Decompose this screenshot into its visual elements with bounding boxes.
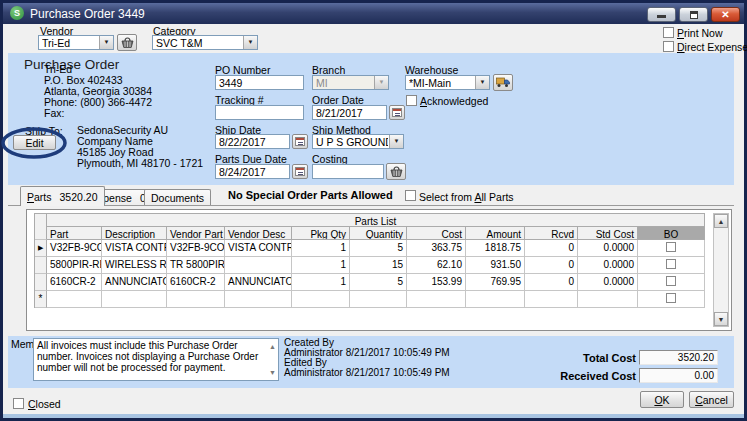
- edit-ship-to-button[interactable]: Edit: [13, 135, 56, 150]
- cell-bo[interactable]: [638, 257, 705, 274]
- vendor-combobox[interactable]: Tri-Ed ▼: [38, 35, 114, 50]
- column-header-description[interactable]: Description: [102, 227, 167, 240]
- scroll-up-icon[interactable]: ▲: [714, 214, 728, 228]
- cell-vendor_part[interactable]: [167, 291, 225, 308]
- ship-date-picker-button[interactable]: [292, 134, 308, 149]
- bo-checkbox[interactable]: [666, 242, 676, 252]
- cell-cost[interactable]: 363.75: [407, 240, 466, 257]
- column-header-std_cost[interactable]: Std Cost: [578, 227, 638, 240]
- closed-checkbox[interactable]: [13, 398, 24, 409]
- cell-vendor_desc[interactable]: ANNUNCIATOR KE: [225, 274, 292, 291]
- cell-part[interactable]: 5800PIR-RES: [47, 257, 102, 274]
- cell-std_cost[interactable]: 0.0000: [578, 274, 638, 291]
- cell-quantity[interactable]: [350, 291, 407, 308]
- memo-scroll-up-icon[interactable]: ▲: [269, 341, 276, 352]
- cell-amount[interactable]: 1818.75: [466, 240, 525, 257]
- cell-cost[interactable]: 62.10: [407, 257, 466, 274]
- acknowledged-checkbox[interactable]: [406, 95, 417, 106]
- cell-description[interactable]: VISTA CONTROL P: [102, 240, 167, 257]
- memo-textarea[interactable]: All invoices must include this Purchase …: [33, 338, 279, 381]
- parts-due-date-input[interactable]: 8/24/2017: [215, 164, 290, 179]
- chevron-down-icon[interactable]: ▼: [475, 76, 489, 89]
- cell-std_cost[interactable]: 0.0000: [578, 257, 638, 274]
- cell-vendor_part[interactable]: TR 5800PIRRES: [167, 257, 225, 274]
- column-header-vendor_desc[interactable]: Vendor Desc: [225, 227, 292, 240]
- bo-checkbox[interactable]: [666, 293, 676, 303]
- select-from-all-parts-checkbox[interactable]: [405, 190, 416, 201]
- tab-documents[interactable]: Documents: [144, 189, 211, 206]
- cell-pkg_qty[interactable]: 1: [292, 240, 350, 257]
- cell-part[interactable]: V32FB-9COM: [47, 240, 102, 257]
- vendor-lookup-button[interactable]: [117, 34, 137, 51]
- cell-description[interactable]: [102, 291, 167, 308]
- parts-due-date-picker-button[interactable]: [292, 164, 308, 179]
- column-header-pkg_qty[interactable]: Pkg Qty: [292, 227, 350, 240]
- tab-parts[interactable]: Parts 3520.20: [20, 186, 105, 206]
- cell-vendor_part[interactable]: V32FB-9COM: [167, 240, 225, 257]
- warehouse-lookup-button[interactable]: [493, 74, 513, 91]
- cell-vendor_desc[interactable]: [225, 291, 292, 308]
- cell-rcvd[interactable]: 0: [525, 240, 578, 257]
- cell-vendor_desc[interactable]: VISTA CONTROL P: [225, 240, 292, 257]
- category-combobox[interactable]: SVC T&M ▼: [152, 35, 258, 50]
- chevron-down-icon[interactable]: ▼: [389, 135, 403, 148]
- warehouse-combobox[interactable]: *MI-Main ▼: [405, 75, 490, 90]
- column-header-part[interactable]: Part: [47, 227, 102, 240]
- cell-quantity[interactable]: 15: [350, 257, 407, 274]
- ship-date-input[interactable]: 8/22/2017: [215, 134, 290, 149]
- minimize-button[interactable]: [647, 7, 676, 22]
- column-header-vendor_part[interactable]: Vendor Part: [167, 227, 225, 240]
- direct-expense-checkbox[interactable]: [663, 41, 674, 52]
- ship-method-combobox[interactable]: U P S GROUND ▼: [312, 134, 404, 149]
- cell-part[interactable]: 6160CR-2: [47, 274, 102, 291]
- bo-checkbox[interactable]: [666, 259, 676, 269]
- column-header-amount[interactable]: Amount: [466, 227, 525, 240]
- close-button[interactable]: ✕: [711, 7, 740, 22]
- new-row-icon[interactable]: *: [35, 291, 47, 308]
- cell-description[interactable]: ANNUNCIATOR KE: [102, 274, 167, 291]
- print-now-checkbox[interactable]: [663, 27, 674, 38]
- memo-scroll-down-icon[interactable]: ▼: [269, 367, 276, 378]
- bo-checkbox[interactable]: [666, 276, 676, 286]
- cell-description[interactable]: WIRELESS RESIDE: [102, 257, 167, 274]
- scroll-down-icon[interactable]: ▼: [714, 312, 728, 326]
- cell-std_cost[interactable]: 0.0000: [578, 240, 638, 257]
- costing-lookup-button[interactable]: [386, 163, 406, 180]
- order-date-picker-button[interactable]: [389, 105, 405, 120]
- cell-bo[interactable]: [638, 240, 705, 257]
- ok-button[interactable]: OK: [640, 391, 684, 408]
- cell-amount[interactable]: 931.50: [466, 257, 525, 274]
- cell-quantity[interactable]: 5: [350, 240, 407, 257]
- tracking-input[interactable]: [215, 105, 304, 120]
- row-selector[interactable]: [35, 257, 47, 274]
- chevron-down-icon[interactable]: ▼: [99, 36, 113, 49]
- po-number-input[interactable]: 3449: [215, 75, 304, 90]
- current-row-icon[interactable]: ▶: [35, 240, 47, 257]
- column-header-rcvd[interactable]: Rcvd: [525, 227, 578, 240]
- cell-part[interactable]: [47, 291, 102, 308]
- cell-std_cost[interactable]: [578, 291, 638, 308]
- column-header-bo[interactable]: BO: [638, 227, 705, 240]
- column-header-cost[interactable]: Cost: [407, 227, 466, 240]
- cell-pkg_qty[interactable]: 1: [292, 257, 350, 274]
- chevron-down-icon[interactable]: ▼: [243, 36, 257, 49]
- title-bar[interactable]: S Purchase Order 3449 ✕: [3, 3, 744, 24]
- cell-rcvd[interactable]: 0: [525, 257, 578, 274]
- grid-vertical-scrollbar[interactable]: ▲ ▼: [713, 213, 729, 327]
- cell-rcvd[interactable]: [525, 291, 578, 308]
- cell-vendor_part[interactable]: 6160CR-2: [167, 274, 225, 291]
- cell-pkg_qty[interactable]: 1: [292, 274, 350, 291]
- cell-quantity[interactable]: 5: [350, 274, 407, 291]
- cell-bo[interactable]: [638, 291, 705, 308]
- row-selector[interactable]: [35, 274, 47, 291]
- costing-input[interactable]: [312, 164, 384, 179]
- maximize-button[interactable]: [679, 7, 708, 22]
- cell-amount[interactable]: 769.95: [466, 274, 525, 291]
- order-date-input[interactable]: 8/21/2017: [312, 105, 387, 120]
- cell-amount[interactable]: [466, 291, 525, 308]
- cell-rcvd[interactable]: 0: [525, 274, 578, 291]
- cancel-button[interactable]: Cancel: [689, 391, 734, 408]
- cell-vendor_desc[interactable]: [225, 257, 292, 274]
- cell-pkg_qty[interactable]: [292, 291, 350, 308]
- cell-cost[interactable]: 153.99: [407, 274, 466, 291]
